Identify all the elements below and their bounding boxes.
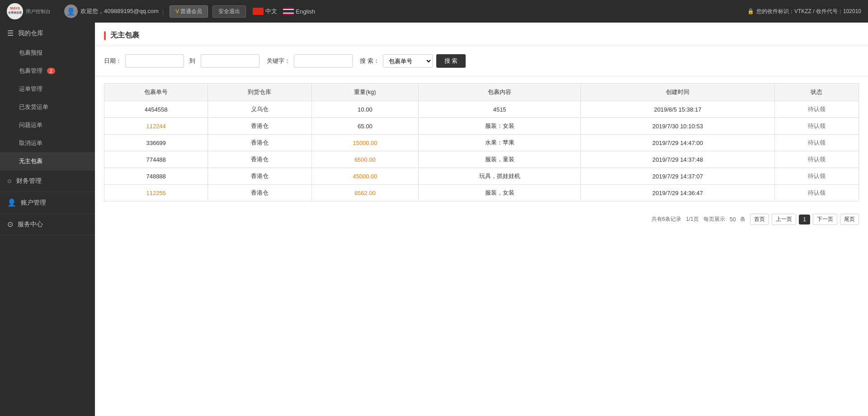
date-to-label: 到	[189, 57, 195, 65]
cell-created: 2019/7/30 10:10:53	[581, 118, 775, 135]
table-row: 748888香港仓45000.00玩具，抓娃娃机2019/7/29 14:37:…	[104, 168, 859, 185]
cell-weight: 45000.00	[311, 168, 419, 185]
cell-content: 服装：女装	[419, 118, 581, 135]
cell-warehouse: 香港仓	[208, 185, 311, 201]
keyword-input[interactable]	[294, 54, 353, 68]
prev-page-btn[interactable]: 上一页	[772, 214, 796, 225]
control-label: 用户控制台	[26, 8, 51, 15]
cell-id[interactable]: 112255	[104, 185, 208, 201]
page-info: 1/1页	[686, 215, 699, 223]
cell-created: 2019/7/29 14:37:07	[581, 168, 775, 185]
lang-en-area[interactable]: English	[283, 8, 315, 15]
cell-warehouse: 香港仓	[208, 168, 311, 185]
title-accent	[104, 31, 106, 40]
user-id-text: 您的收件标识：VTKZZ / 收件代号：102010	[756, 8, 861, 15]
lang-en-label: English	[296, 8, 315, 15]
cell-content: 玩具，抓娃娃机	[419, 168, 581, 185]
col-status: 状态	[774, 84, 859, 101]
cell-created: 2019/7/29 14:47:00	[581, 135, 775, 151]
table-row: 112244香港仓65.00服装：女装2019/7/30 10:10:53待认领	[104, 118, 859, 135]
service-icon: ⊙	[7, 220, 13, 229]
total-records: 共有6条记录	[651, 215, 682, 223]
sidebar-item-service[interactable]: ⊙ 服务中心	[0, 214, 95, 235]
sidebar: ☰ 我的仓库 包裹预报 包裹管理 2 运单管理 已发货运单 问题运单 取消运单	[0, 23, 95, 416]
logo: 56SYS 全景物流通 用户控制台	[7, 3, 51, 19]
cell-id: 774488	[104, 151, 208, 168]
date-end-input[interactable]	[201, 54, 259, 68]
search-type-select[interactable]: 包裹单号 包裹内容 重量	[383, 54, 433, 68]
cell-id: 4454558	[104, 101, 208, 118]
cell-created: 2019/7/29 14:36:47	[581, 185, 775, 201]
flag-th-icon	[283, 8, 294, 15]
user-info-area: 👤 欢迎您，409889195@qq.com	[64, 5, 159, 18]
last-page-btn[interactable]: 尾页	[840, 214, 859, 225]
cell-status: 待认领	[774, 118, 859, 135]
sidebar-item-package-management[interactable]: 包裹管理 2	[0, 62, 95, 80]
sidebar-item-sent-shipments[interactable]: 已发货运单	[0, 98, 95, 116]
date-start-input[interactable]	[125, 54, 184, 68]
user-avatar: 👤	[64, 5, 78, 18]
cell-weight: 65.00	[311, 118, 419, 135]
sidebar-item-shipment-management[interactable]: 运单管理	[0, 80, 95, 98]
current-page-btn[interactable]: 1	[799, 215, 810, 224]
sidebar-item-finance[interactable]: ○ 财务管理	[0, 171, 95, 192]
cell-id: 748888	[104, 168, 208, 185]
logo-icon: 56SYS 全景物流通	[7, 3, 23, 19]
finance-icon: ○	[7, 177, 12, 185]
logout-btn[interactable]: 安全退出	[212, 5, 246, 18]
cell-weight: 6500.00	[311, 151, 419, 168]
page-title: 无主包裹	[110, 31, 139, 40]
sidebar-item-ownerless-packages[interactable]: 无主包裹	[0, 152, 95, 170]
package-forecast-label: 包裹预报	[19, 49, 42, 56]
sent-shipments-label: 已发货运单	[19, 103, 48, 110]
sidebar-item-account[interactable]: 👤 账户管理	[0, 192, 95, 213]
sidebar-item-problem-shipments[interactable]: 问题运单	[0, 116, 95, 134]
cell-content: 4515	[419, 101, 581, 118]
package-management-badge: 2	[47, 68, 55, 74]
sidebar-warehouse-section: ☰ 我的仓库 包裹预报 包裹管理 2 运单管理 已发货运单 问题运单 取消运单	[0, 23, 95, 171]
date-label: 日期：	[104, 57, 122, 65]
search-button[interactable]: 搜 索	[436, 54, 466, 68]
per-page-num: 50	[730, 216, 736, 223]
cell-id[interactable]: 112244	[104, 118, 208, 135]
main-content: 无主包裹 日期： 到 关键字： 搜 索： 包裹单号 包裹内容 重量 搜 索	[95, 23, 868, 416]
search-type-label: 搜 索：	[360, 57, 379, 65]
lang-cn-label: 中文	[265, 7, 277, 15]
cell-status: 待认领	[774, 135, 859, 151]
cell-weight: 10.00	[311, 101, 419, 118]
table-body: 4454558义乌仓10.0045152019/8/5 15:38:17待认领1…	[104, 101, 859, 201]
next-page-btn[interactable]: 下一页	[813, 214, 837, 225]
lang-cn-area[interactable]: 中文	[253, 7, 277, 15]
divider1: |	[162, 8, 164, 15]
problem-shipments-label: 问题运单	[19, 122, 42, 128]
table-row: 336699香港仓15000.00水果：苹果2019/7/29 14:47:00…	[104, 135, 859, 151]
finance-label: 财务管理	[16, 177, 42, 185]
cell-warehouse: 香港仓	[208, 118, 311, 135]
flag-cn-icon	[253, 8, 264, 15]
col-weight: 重量(kg)	[311, 84, 419, 101]
lock-icon: 🔒	[747, 8, 754, 14]
sidebar-item-package-forecast[interactable]: 包裹预报	[0, 44, 95, 62]
page-title-bar: 无主包裹	[95, 23, 868, 46]
sidebar-item-warehouse[interactable]: ☰ 我的仓库	[0, 23, 95, 44]
sidebar-account-section: 👤 账户管理	[0, 192, 95, 214]
col-created: 创建时间	[581, 84, 775, 101]
search-bar: 日期： 到 关键字： 搜 索： 包裹单号 包裹内容 重量 搜 索	[95, 46, 868, 76]
cell-content: 服装，女装	[419, 185, 581, 201]
welcome-text: 欢迎您，409889195@qq.com	[80, 7, 159, 15]
member-btn[interactable]: V普通会员	[170, 5, 208, 18]
warehouse-icon: ☰	[7, 29, 14, 37]
col-id: 包裹单号	[104, 84, 208, 101]
cell-weight: 15000.00	[311, 135, 419, 151]
first-page-btn[interactable]: 首页	[750, 214, 769, 225]
cell-id: 336699	[104, 135, 208, 151]
per-page-label: 每页展示	[703, 215, 725, 223]
keyword-label: 关键字：	[267, 57, 290, 65]
col-content: 包裹内容	[419, 84, 581, 101]
user-identifier: 🔒 您的收件标识：VTKZZ / 收件代号：102010	[747, 8, 861, 15]
table-row: 112255香港仓8562.00服装，女装2019/7/29 14:36:47待…	[104, 185, 859, 201]
sidebar-item-cancelled-shipments[interactable]: 取消运单	[0, 134, 95, 152]
cell-warehouse: 香港仓	[208, 135, 311, 151]
col-warehouse: 到货仓库	[208, 84, 311, 101]
account-icon: 👤	[7, 198, 16, 207]
